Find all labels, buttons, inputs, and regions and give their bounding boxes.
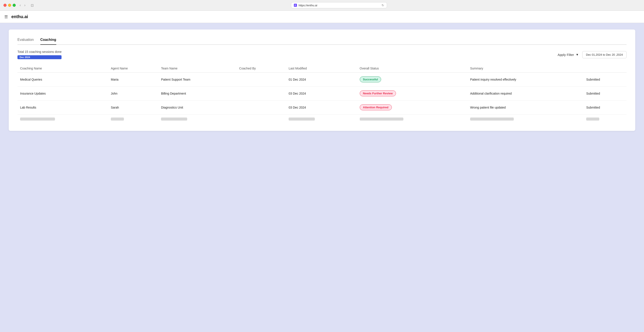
date-range-display[interactable]: Dec 01,2024 to Dec 20 ,2024 bbox=[582, 51, 626, 58]
coaching-name-cell: Insurance Updates bbox=[18, 86, 108, 100]
apply-filter-button[interactable]: Apply Filter ▼ bbox=[558, 53, 579, 57]
browser-chrome: ‹ › ⊡ E https://enthu.ai ↻ bbox=[0, 0, 644, 11]
minimize-button[interactable] bbox=[8, 4, 11, 7]
skeleton-block bbox=[288, 117, 315, 121]
skeleton-block bbox=[470, 117, 514, 121]
forward-button[interactable]: › bbox=[23, 3, 26, 8]
overall-status-cell: Successful bbox=[357, 73, 468, 86]
skeleton-block bbox=[161, 117, 187, 121]
col-header-overall-status: Overall Status bbox=[357, 64, 468, 73]
close-button[interactable] bbox=[4, 4, 6, 7]
last-modified-cell: 01 Dec 2024 bbox=[286, 73, 357, 86]
last-modified-cell: 03 Dec 2024 bbox=[286, 100, 357, 114]
filter-right: Apply Filter ▼ Dec 01,2024 to Dec 20 ,20… bbox=[558, 51, 626, 58]
tab-coaching[interactable]: Coaching bbox=[40, 36, 56, 45]
coaching-table: Coaching Name Agent Name Team Name Coach… bbox=[18, 64, 626, 124]
month-badge: Dec 2024 bbox=[18, 55, 62, 59]
summary-cell: Additional clarification required bbox=[468, 86, 584, 100]
traffic-lights bbox=[4, 4, 16, 7]
team-name-cell: Diagnostics Unit bbox=[158, 100, 236, 114]
skeleton-block bbox=[111, 117, 124, 121]
table-row: Lab Results Sarah Diagnostics Unit 03 De… bbox=[18, 100, 626, 114]
status-badge: Attention Required bbox=[360, 104, 392, 110]
filter-icon: ▼ bbox=[576, 53, 579, 56]
table-row: Insurance Updates John Billing Departmen… bbox=[18, 86, 626, 100]
skeleton-block bbox=[360, 117, 403, 121]
maximize-button[interactable] bbox=[13, 4, 16, 7]
agent-name-cell: Sarah bbox=[108, 100, 158, 114]
team-name-cell: Billing Department bbox=[158, 86, 236, 100]
nav-buttons: ‹ › bbox=[18, 3, 27, 8]
col-header-team-name: Team Name bbox=[158, 64, 236, 73]
tab-evaluation[interactable]: Evaluation bbox=[18, 36, 34, 45]
col-header-coaching-name: Coaching Name bbox=[18, 64, 108, 73]
table-header-row: Coaching Name Agent Name Team Name Coach… bbox=[18, 64, 626, 73]
url-text: https://enthu.ai bbox=[299, 4, 380, 7]
col-header-last-modified: Last Modified bbox=[286, 64, 357, 73]
summary-cell: Patient inquiry resolved effectively bbox=[468, 73, 584, 86]
skeleton-block bbox=[20, 117, 55, 121]
table-row: Medical Queries Maria Patient Support Te… bbox=[18, 73, 626, 86]
overall-status-cell: Attention Required bbox=[357, 100, 468, 114]
col-header-coached-by: Coached By bbox=[236, 64, 286, 73]
sessions-count-text: Total 15 coaching sessions done bbox=[18, 50, 62, 54]
col-header-agent-name: Agent Name bbox=[108, 64, 158, 73]
hamburger-icon[interactable]: ☰ bbox=[4, 15, 8, 19]
coaching-name-cell: Medical Queries bbox=[18, 73, 108, 86]
team-name-cell: Patient Support Team bbox=[158, 73, 236, 86]
summary-cell: Wrong patient file updated bbox=[468, 100, 584, 114]
content-card: Evaluation Coaching Total 15 coaching se… bbox=[9, 30, 635, 131]
address-bar-container: E https://enthu.ai ↻ bbox=[38, 2, 640, 8]
skeleton-block bbox=[586, 117, 599, 121]
action-cell[interactable]: Submitted bbox=[584, 100, 626, 114]
app-header: ☰ enthu.ai bbox=[0, 11, 644, 23]
action-cell[interactable]: Submitted bbox=[584, 86, 626, 100]
overall-status-cell: Needs Further Review bbox=[357, 86, 468, 100]
coached-by-cell bbox=[236, 73, 286, 86]
app-logo: enthu.ai bbox=[11, 14, 28, 19]
coaching-name-cell: Lab Results bbox=[18, 100, 108, 114]
col-header-summary: Summary bbox=[468, 64, 584, 73]
filter-row: Total 15 coaching sessions done Dec 2024… bbox=[18, 50, 626, 59]
last-modified-cell: 03 Dec 2024 bbox=[286, 86, 357, 100]
skeleton-row bbox=[18, 114, 626, 124]
reload-button[interactable]: ↻ bbox=[382, 4, 384, 7]
status-badge: Needs Further Review bbox=[360, 90, 396, 96]
action-cell[interactable]: Submitted bbox=[584, 73, 626, 86]
coached-by-cell bbox=[236, 86, 286, 100]
col-header-action bbox=[584, 64, 626, 73]
coached-by-cell bbox=[236, 100, 286, 114]
back-button[interactable]: ‹ bbox=[18, 3, 22, 8]
agent-name-cell: John bbox=[108, 86, 158, 100]
tabs-container: Evaluation Coaching bbox=[18, 36, 626, 45]
filter-left: Total 15 coaching sessions done Dec 2024 bbox=[18, 50, 62, 59]
favicon: E bbox=[294, 4, 297, 7]
address-bar[interactable]: E https://enthu.ai ↻ bbox=[291, 2, 387, 8]
status-badge: Successful bbox=[360, 76, 381, 82]
main-wrapper: Evaluation Coaching Total 15 coaching se… bbox=[0, 23, 644, 332]
apply-filter-label: Apply Filter bbox=[558, 53, 574, 57]
agent-name-cell: Maria bbox=[108, 73, 158, 86]
sidebar-toggle-button[interactable]: ⊡ bbox=[30, 3, 35, 8]
